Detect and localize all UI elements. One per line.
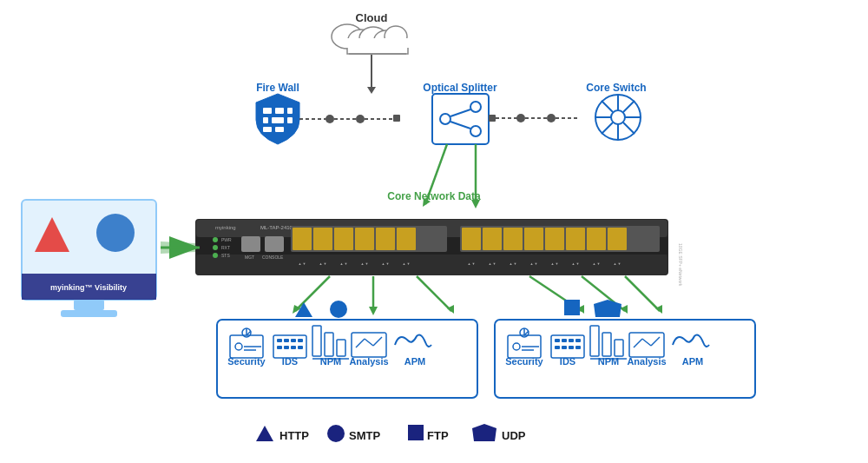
svg-rect-51 bbox=[196, 237, 667, 255]
splitter-icon bbox=[432, 94, 489, 144]
svg-marker-103 bbox=[621, 305, 628, 314]
svg-rect-149 bbox=[575, 346, 581, 349]
apm-label-left: APM bbox=[404, 356, 425, 367]
legend-smtp: SMTP bbox=[349, 429, 380, 442]
coreswitch-icon bbox=[595, 95, 641, 140]
svg-point-1 bbox=[348, 30, 374, 50]
cloud-label: Cloud bbox=[356, 11, 388, 24]
svg-rect-81 bbox=[545, 228, 564, 250]
svg-point-55 bbox=[213, 253, 218, 258]
svg-rect-121 bbox=[298, 339, 303, 342]
svg-rect-123 bbox=[284, 346, 289, 349]
security-label-left: Security bbox=[227, 356, 266, 367]
svg-point-32 bbox=[516, 114, 525, 122]
svg-rect-110 bbox=[230, 335, 263, 358]
npm-label-left: NPM bbox=[320, 356, 341, 367]
svg-rect-69 bbox=[397, 228, 416, 250]
svg-rect-124 bbox=[291, 346, 296, 349]
svg-rect-162 bbox=[61, 310, 117, 317]
svg-point-114 bbox=[242, 328, 251, 337]
svg-text:▲ ▼: ▲ ▼ bbox=[529, 261, 537, 266]
svg-line-94 bbox=[295, 276, 330, 311]
svg-marker-95 bbox=[293, 305, 301, 314]
svg-marker-166 bbox=[161, 241, 195, 254]
svg-text:▲ ▼: ▲ ▼ bbox=[550, 261, 558, 266]
security-icon-left bbox=[230, 328, 263, 358]
analysis-label-left: Analysis bbox=[349, 356, 388, 367]
svg-marker-165 bbox=[169, 236, 200, 259]
tap-brand: myinking bbox=[215, 225, 236, 230]
security-icon-right bbox=[508, 328, 541, 358]
tap-model: ML-TAP-2410 bbox=[260, 225, 293, 230]
svg-rect-130 bbox=[352, 333, 386, 357]
svg-line-131 bbox=[356, 339, 365, 347]
svg-point-25 bbox=[440, 114, 450, 124]
svg-text:▲ ▼: ▲ ▼ bbox=[381, 261, 389, 266]
svg-rect-65 bbox=[313, 228, 332, 250]
svg-rect-147 bbox=[562, 346, 567, 349]
svg-text:RXT: RXT bbox=[221, 245, 230, 250]
svg-rect-118 bbox=[277, 339, 282, 342]
svg-point-26 bbox=[470, 102, 481, 112]
svg-point-53 bbox=[213, 237, 218, 242]
svg-marker-9 bbox=[367, 87, 376, 94]
svg-rect-52 bbox=[196, 255, 667, 275]
svg-rect-79 bbox=[503, 228, 523, 250]
legend-http: HTTP bbox=[279, 429, 309, 442]
svg-text:10GE SFP+ eNetwork: 10GE SFP+ eNetwork bbox=[678, 243, 683, 287]
svg-rect-146 bbox=[555, 346, 560, 349]
svg-rect-126 bbox=[312, 326, 321, 356]
svg-rect-76 bbox=[460, 226, 660, 252]
svg-text:▲ ▼: ▲ ▼ bbox=[319, 261, 326, 266]
svg-rect-64 bbox=[293, 228, 312, 250]
svg-rect-13 bbox=[263, 117, 268, 123]
svg-rect-144 bbox=[569, 339, 574, 342]
core-network-label: Core Network Data bbox=[387, 190, 481, 202]
apm-icon-right bbox=[673, 335, 709, 347]
svg-rect-66 bbox=[334, 228, 353, 250]
svg-rect-150 bbox=[590, 326, 599, 356]
svg-rect-143 bbox=[562, 339, 567, 342]
svg-line-45 bbox=[602, 122, 613, 134]
tap-device bbox=[195, 219, 668, 275]
svg-marker-47 bbox=[423, 198, 431, 207]
svg-rect-119 bbox=[284, 339, 289, 342]
svg-rect-24 bbox=[432, 94, 489, 144]
svg-rect-78 bbox=[483, 228, 502, 250]
svg-rect-158 bbox=[22, 200, 156, 300]
svg-point-107 bbox=[330, 301, 347, 318]
sfp-ports-right: ▲ ▼ ▲ ▼ ▲ ▼ ▲ ▼ ▲ ▼ ▲ ▼ ▲ ▼ ▲ ▼ bbox=[460, 226, 660, 266]
svg-rect-82 bbox=[566, 228, 585, 250]
svg-rect-77 bbox=[462, 228, 481, 250]
ids-label-right: IDS bbox=[560, 356, 575, 367]
svg-point-54 bbox=[213, 245, 218, 250]
splitter-label: Optical Splitter bbox=[423, 82, 497, 94]
svg-marker-109 bbox=[594, 300, 621, 317]
firewall-label: Fire Wall bbox=[256, 82, 299, 94]
svg-rect-154 bbox=[629, 333, 664, 357]
svg-point-19 bbox=[326, 115, 334, 123]
svg-point-160 bbox=[96, 214, 135, 252]
svg-marker-101 bbox=[577, 305, 584, 314]
npm-icon-left bbox=[312, 326, 349, 359]
analysis-icon-right bbox=[629, 333, 664, 357]
analysis-icon-left bbox=[352, 333, 386, 357]
svg-point-111 bbox=[235, 343, 242, 350]
svg-text:MGT: MGT bbox=[245, 255, 254, 260]
svg-rect-80 bbox=[524, 228, 543, 250]
svg-rect-67 bbox=[355, 228, 374, 250]
svg-rect-152 bbox=[615, 340, 623, 356]
legend-udp: UDP bbox=[502, 429, 526, 442]
svg-rect-127 bbox=[325, 333, 333, 356]
svg-text:▲ ▼: ▲ ▼ bbox=[339, 261, 347, 266]
legend-ftp: FTP bbox=[427, 429, 449, 442]
svg-rect-15 bbox=[287, 117, 293, 123]
svg-line-140 bbox=[524, 331, 529, 335]
svg-rect-122 bbox=[277, 346, 282, 349]
svg-text:▲ ▼: ▲ ▼ bbox=[402, 261, 410, 266]
svg-rect-161 bbox=[74, 300, 104, 310]
ids-icon-right bbox=[551, 335, 584, 358]
svg-line-28 bbox=[450, 109, 470, 116]
svg-point-36 bbox=[595, 95, 641, 140]
svg-rect-11 bbox=[275, 108, 284, 114]
